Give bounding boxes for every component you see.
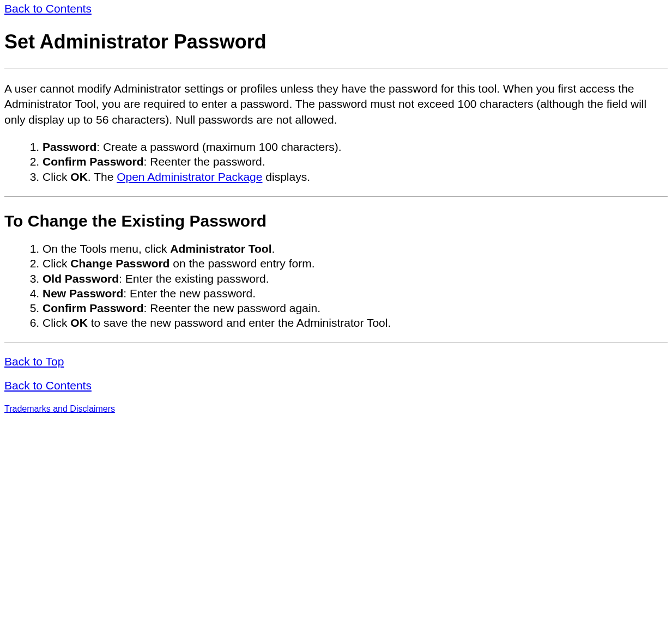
steps-list-change-password: On the Tools menu, click Administrator T… bbox=[4, 241, 668, 331]
list-item: Click OK. The Open Administrator Package… bbox=[43, 169, 668, 184]
label-bold: Confirm Password bbox=[43, 302, 144, 314]
label-text: on the password entry form. bbox=[169, 257, 314, 270]
trademarks-link[interactable]: Trademarks and Disclaimers bbox=[4, 404, 668, 414]
divider bbox=[4, 343, 668, 343]
divider bbox=[4, 196, 668, 197]
back-to-contents-bottom-link: Back to Contents bbox=[4, 379, 668, 392]
list-item: Click Change Password on the password en… bbox=[43, 256, 668, 271]
label-text: . The bbox=[88, 170, 117, 183]
open-admin-package-link[interactable]: Open Administrator Package bbox=[117, 170, 262, 183]
list-item: On the Tools menu, click Administrator T… bbox=[43, 241, 668, 256]
label-text: : Enter the existing password. bbox=[119, 272, 269, 285]
label-text: displays. bbox=[262, 170, 310, 183]
list-item: Click OK to save the new password and en… bbox=[43, 315, 668, 330]
intro-paragraph: A user cannot modify Administrator setti… bbox=[4, 81, 668, 127]
label-text: Click bbox=[43, 316, 70, 329]
label-text: : Reenter the new password again. bbox=[144, 302, 321, 314]
label-text: . bbox=[272, 242, 275, 255]
list-item: Password: Create a password (maximum 100… bbox=[43, 139, 668, 154]
label-text: Click bbox=[43, 170, 70, 183]
page-title: Set Administrator Password bbox=[4, 30, 668, 53]
label-text: Click bbox=[43, 257, 70, 270]
label-bold: Change Password bbox=[70, 257, 169, 270]
label-bold: Old Password bbox=[43, 272, 119, 285]
label-bold: Administrator Tool bbox=[170, 242, 271, 255]
label-bold: Password bbox=[43, 141, 96, 153]
label-bold: OK bbox=[70, 316, 88, 329]
divider bbox=[4, 69, 668, 69]
label-text: On the Tools menu, click bbox=[43, 242, 170, 255]
label-text: : Create a password (maximum 100 charact… bbox=[96, 141, 341, 153]
section-heading: To Change the Existing Password bbox=[4, 212, 668, 230]
list-item: Confirm Password: Reenter the new passwo… bbox=[43, 301, 668, 315]
back-to-contents-top-link[interactable]: Back to Contents bbox=[4, 2, 92, 15]
list-item: New Password: Enter the new password. bbox=[43, 286, 668, 301]
list-item: Old Password: Enter the existing passwor… bbox=[43, 271, 668, 286]
list-item: Confirm Password: Reenter the password. bbox=[43, 154, 668, 169]
steps-list-set-password: Password: Create a password (maximum 100… bbox=[4, 139, 668, 184]
label-text: : Enter the new password. bbox=[123, 287, 256, 300]
back-to-top-link[interactable]: Back to Top bbox=[4, 355, 668, 368]
label-text: : Reenter the password. bbox=[144, 155, 265, 168]
label-bold: New Password bbox=[43, 287, 123, 300]
label-bold: OK bbox=[70, 170, 88, 183]
label-text: to save the new password and enter the A… bbox=[88, 316, 391, 329]
label-bold: Confirm Password bbox=[43, 155, 144, 168]
